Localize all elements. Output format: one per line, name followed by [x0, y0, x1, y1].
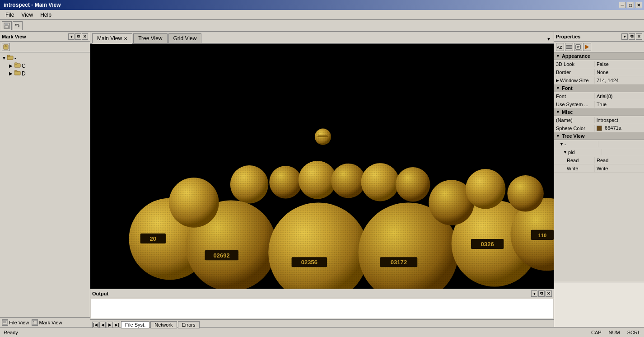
treeview-section-label: Tree View — [562, 133, 585, 139]
props-close-btn[interactable]: ✕ — [636, 33, 642, 40]
output-tab-errors[interactable]: Errors — [178, 321, 200, 328]
output-nav-last[interactable]: ▶| — [114, 322, 120, 328]
output-tab-filesystem[interactable]: File Syst. — [121, 321, 149, 328]
props-properties-btn[interactable] — [574, 43, 582, 51]
svg-text:AZ: AZ — [557, 45, 562, 50]
canvas-area: 20 02692 02356 03172 — [90, 44, 554, 289]
props-events-btn[interactable] — [583, 43, 591, 51]
appearance-section-header[interactable]: ▼ Appearance — [554, 52, 644, 60]
main-container: Mark View ▾ ⧉ ✕ ▼ - — [0, 32, 644, 327]
toolbar-undo-btn[interactable] — [13, 21, 23, 30]
output-nav-first[interactable]: |◀ — [92, 322, 98, 328]
prop-border-value[interactable]: None — [595, 69, 644, 75]
mark-view-close-btn[interactable]: ✕ — [82, 33, 88, 40]
output-close-btn[interactable]: ✕ — [546, 290, 552, 297]
minimize-button[interactable]: ─ — [619, 2, 626, 8]
svg-point-58 — [169, 178, 219, 228]
tab-main-view-label: Main View — [97, 35, 122, 42]
misc-section-header[interactable]: ▼ Misc — [554, 108, 644, 116]
tab-main-view-close[interactable]: ✕ — [124, 36, 127, 41]
close-button[interactable]: ✕ — [635, 2, 642, 8]
left-bottom-mark-view-label[interactable]: Mark View — [39, 320, 62, 325]
output-pin-btn[interactable]: ▾ — [531, 290, 537, 297]
prop-usesystem-name: Use System ... — [554, 101, 595, 108]
mark-view-float-btn[interactable]: ⧉ — [75, 33, 81, 40]
svg-point-78 — [33, 323, 34, 323]
tab-grid-view[interactable]: Grid View — [168, 33, 202, 43]
golf-scene: 20 02692 02356 03172 — [90, 44, 554, 289]
tab-bar: Main View ✕ Tree View Grid View ▾ — [90, 32, 554, 44]
prop-spherecolor-value[interactable]: 66471a — [595, 125, 644, 131]
menu-view[interactable]: View — [18, 11, 37, 19]
output-nav-prev[interactable]: ◀ — [99, 322, 106, 328]
svg-text:02692: 02692 — [214, 252, 230, 259]
prop-name-value[interactable]: introspect — [595, 117, 644, 123]
props-preview — [554, 282, 644, 327]
prop-write-value[interactable]: Write — [595, 165, 644, 172]
props-toolbar: AZ — [554, 42, 644, 52]
tab-grid-view-label: Grid View — [173, 35, 197, 42]
mark-view-pin-btn[interactable]: ▾ — [68, 33, 75, 40]
prop-pid-expand: ▼ pid — [561, 149, 602, 155]
props-sort-cat-btn[interactable] — [565, 43, 573, 51]
font-section-header[interactable]: ▼ Font — [554, 84, 644, 92]
misc-expand-icon: ▼ — [556, 110, 560, 114]
tree-root-label: - — [14, 55, 16, 61]
prop-pid-label: pid — [568, 150, 575, 155]
title-bar-buttons: ─ □ ✕ — [619, 2, 642, 8]
tab-tree-view-label: Tree View — [138, 35, 162, 42]
tree-item-c-label: C — [22, 63, 26, 69]
tab-tree-view[interactable]: Tree View — [133, 33, 167, 43]
output-tab-network[interactable]: Network — [150, 321, 177, 328]
mark-view-title: Mark View — [2, 34, 26, 39]
restore-button[interactable]: □ — [627, 2, 634, 8]
prop-read-value[interactable]: Read — [595, 157, 644, 164]
properties-header-buttons: ▾ ⧉ ✕ — [621, 33, 642, 40]
prop-pid-value — [602, 152, 644, 153]
svg-rect-67 — [566, 47, 572, 47]
prop-3dlook: 3D Look False — [554, 60, 644, 68]
left-bottom-file-view-label[interactable]: File View — [9, 320, 29, 325]
tree-area: ▼ - ▶ C ▶ — [0, 52, 90, 327]
tree-add-btn[interactable] — [2, 43, 10, 51]
tab-dropdown-button[interactable]: ▾ — [546, 35, 552, 43]
prop-usesystem-value[interactable]: True — [595, 101, 644, 108]
left-bottom-mark-view-icon[interactable] — [32, 319, 38, 326]
props-float-btn[interactable]: ⧉ — [629, 33, 635, 40]
svg-point-32 — [396, 167, 430, 201]
tree-root-item[interactable]: ▼ - — [2, 54, 88, 62]
svg-point-30 — [361, 163, 399, 201]
left-panel: Mark View ▾ ⧉ ✕ ▼ - — [0, 32, 90, 327]
output-title: Output — [92, 291, 108, 296]
svg-rect-68 — [566, 48, 572, 49]
prop-treeview-minus: ▼ - — [554, 140, 644, 148]
output-float-btn[interactable]: ⧉ — [538, 290, 545, 297]
output-nav-next[interactable]: ▶ — [107, 322, 113, 328]
tree-item-d[interactable]: ▶ D — [9, 70, 88, 77]
output-panel: Output ▾ ⧉ ✕ |◀ ◀ ▶ ▶| File Syst. Networ… — [90, 289, 554, 327]
status-num: NUM — [609, 330, 620, 335]
output-content — [91, 299, 553, 318]
prop-read-name: Read — [565, 157, 595, 164]
title-bar: introspect - Main View ─ □ ✕ — [0, 0, 644, 10]
menu-file[interactable]: File — [2, 11, 18, 19]
font-expand-icon: ▼ — [556, 86, 560, 90]
treeview-section-header[interactable]: ▼ Tree View — [554, 132, 644, 140]
svg-rect-9 — [14, 70, 17, 72]
properties-title: Properties — [556, 34, 580, 39]
prop-3dlook-value[interactable]: False — [595, 61, 644, 67]
prop-font-value[interactable]: Arial(8) — [595, 93, 644, 99]
props-sort-alpha-btn[interactable]: AZ — [556, 43, 564, 51]
toolbar-save-btn[interactable] — [2, 21, 12, 30]
tab-main-view[interactable]: Main View ✕ — [92, 33, 132, 44]
svg-text:20: 20 — [150, 235, 157, 242]
tree-item-d-label: D — [22, 70, 26, 77]
svg-rect-66 — [566, 45, 572, 46]
tree-expand-d: ▶ — [9, 71, 14, 76]
tree-icon-c — [14, 62, 21, 69]
left-bottom-file-view-icon[interactable] — [2, 319, 8, 326]
props-pin-btn[interactable]: ▾ — [621, 33, 628, 40]
menu-help[interactable]: Help — [37, 11, 55, 19]
prop-windowsize-value[interactable]: 714, 1424 — [595, 77, 644, 84]
tree-item-c[interactable]: ▶ C — [9, 62, 88, 70]
